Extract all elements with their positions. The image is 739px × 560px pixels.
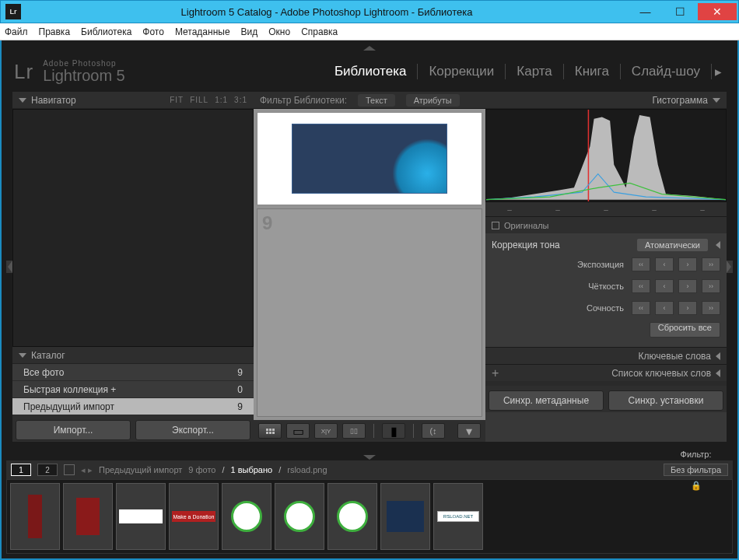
- monitor-1-button[interactable]: 1: [11, 464, 31, 476]
- filter-tab-attributes[interactable]: Атрибуты: [406, 94, 460, 107]
- filmstrip-thumb[interactable]: [327, 483, 377, 550]
- separator: [413, 424, 414, 438]
- auto-tone-button[interactable]: Атоматически: [637, 239, 708, 251]
- clarity-label: Чёткость: [588, 282, 624, 291]
- filmstrip-thumb[interactable]: [275, 483, 324, 550]
- export-button[interactable]: Экспорт...: [135, 420, 250, 440]
- view-loupe-button[interactable]: ▭: [286, 423, 310, 439]
- menu-window[interactable]: Окно: [268, 26, 290, 37]
- module-book[interactable]: Книга: [564, 64, 621, 79]
- utorrent-icon: [231, 501, 262, 532]
- step-right[interactable]: ›: [678, 279, 697, 293]
- menu-view[interactable]: Вид: [241, 26, 258, 37]
- step-left[interactable]: ‹: [655, 279, 674, 293]
- monitor-2-button[interactable]: 2: [37, 464, 58, 476]
- sync-metadata-button[interactable]: Синхр. метаданные: [489, 390, 604, 411]
- grid-cell-selected[interactable]: [257, 112, 482, 205]
- plus-icon[interactable]: +: [492, 366, 499, 380]
- collapse-right[interactable]: [727, 92, 733, 442]
- step-left-big[interactable]: ‹‹: [632, 279, 650, 293]
- grid-cell[interactable]: 9: [257, 208, 482, 417]
- module-develop[interactable]: Коррекции: [418, 64, 506, 79]
- step-left-big[interactable]: ‹‹: [632, 301, 650, 315]
- reset-all-button[interactable]: Сбросить все: [650, 322, 720, 338]
- zoom-fit[interactable]: FIT: [170, 96, 184, 104]
- histo-dash: –: [604, 205, 608, 214]
- filmstrip[interactable]: Make a Donation RSLOAD.NET: [6, 479, 733, 554]
- triangle-left-icon[interactable]: [716, 241, 720, 249]
- sync-settings-button[interactable]: Синхр. установки: [608, 390, 723, 411]
- keywords-header[interactable]: Ключевые слова: [485, 347, 727, 364]
- collapse-left[interactable]: [6, 92, 12, 442]
- module-slideshow[interactable]: Слайд-шоу: [621, 64, 712, 79]
- minimize-button[interactable]: —: [628, 3, 663, 20]
- app-icon: Lr: [5, 4, 21, 19]
- zoom-3to1[interactable]: 3:1: [234, 96, 247, 104]
- originals-row[interactable]: Оригиналы: [485, 216, 727, 233]
- zoom-1to1[interactable]: 1:1: [215, 96, 228, 104]
- step-left-big[interactable]: ‹‹: [632, 257, 650, 271]
- menu-metadata[interactable]: Метаданные: [175, 26, 230, 37]
- vibrance-label: Сочность: [587, 303, 624, 313]
- catalog-row-previous-import[interactable]: Предыдущий импорт 9: [12, 398, 254, 415]
- step-right[interactable]: ›: [678, 301, 697, 315]
- filter-tab-text[interactable]: Текст: [358, 94, 395, 107]
- filmstrip-thumb[interactable]: [116, 483, 166, 550]
- import-button[interactable]: Импорт...: [16, 420, 131, 440]
- catalog-row-quick[interactable]: Быстрая коллекция + 0: [12, 381, 254, 398]
- step-left[interactable]: ‹: [655, 301, 674, 315]
- filmstrip-thumb[interactable]: RSLOAD.NET: [433, 483, 483, 550]
- brand-logo: Lr: [14, 60, 33, 84]
- module-map[interactable]: Карта: [506, 64, 564, 79]
- step-left[interactable]: ‹: [655, 257, 674, 271]
- close-button[interactable]: ✕: [698, 3, 737, 20]
- filmstrip-filter-select[interactable]: Без фильтра: [664, 464, 728, 476]
- sort-button[interactable]: (↕: [422, 423, 445, 439]
- zoom-fill[interactable]: FILL: [190, 96, 208, 104]
- filmstrip-thumb[interactable]: [63, 483, 113, 550]
- collapse-bottom[interactable]: [6, 454, 733, 460]
- menu-edit[interactable]: Правка: [39, 26, 71, 37]
- histogram-display[interactable]: [485, 109, 727, 202]
- step-right-big[interactable]: ››: [702, 257, 720, 271]
- module-library[interactable]: Библиотека: [324, 64, 418, 79]
- grid-shortcut-icon[interactable]: [64, 464, 75, 475]
- catalog-row-all[interactable]: Все фото 9: [12, 364, 254, 381]
- step-right-big[interactable]: ››: [702, 301, 720, 315]
- checkbox-icon[interactable]: [492, 222, 499, 229]
- thumbnail-image: [292, 124, 447, 194]
- keyword-list-header[interactable]: + Список ключевых слов: [485, 364, 727, 381]
- filmstrip-thumb[interactable]: [10, 483, 60, 550]
- filmstrip-thumb[interactable]: [222, 483, 271, 550]
- filmstrip-thumb[interactable]: [380, 483, 430, 550]
- menu-library[interactable]: Библиотека: [81, 26, 131, 37]
- module-more-icon[interactable]: ▸: [712, 64, 725, 80]
- navigator-preview[interactable]: [12, 109, 254, 347]
- filmstrip-thumb[interactable]: Make a Donation: [169, 483, 219, 550]
- histogram-header[interactable]: Гистограмма: [485, 92, 727, 109]
- catalog-header[interactable]: Каталог: [12, 347, 254, 364]
- quick-develop-panel: Коррекция тона Атоматически Экспозиция ‹…: [485, 233, 727, 347]
- view-grid-button[interactable]: [258, 423, 282, 439]
- chevron-down-icon: [363, 455, 376, 460]
- histo-dash: –: [652, 205, 657, 214]
- navigator-header[interactable]: Навигатор FIT FILL 1:1 3:1: [12, 92, 254, 109]
- maximize-button[interactable]: ☐: [663, 3, 698, 20]
- step-right-big[interactable]: ››: [702, 279, 720, 293]
- painter-tool-button[interactable]: ▮: [382, 423, 405, 439]
- step-right[interactable]: ›: [678, 257, 697, 271]
- exposure-row: Экспозиция ‹‹ ‹ › ››: [492, 254, 720, 275]
- menu-help[interactable]: Справка: [301, 26, 338, 37]
- originals-label: Оригиналы: [504, 221, 549, 230]
- navigator-title: Навигатор: [31, 95, 76, 106]
- toolbar-menu-button[interactable]: ▾: [457, 423, 481, 439]
- view-survey-button[interactable]: ▯▯: [342, 423, 366, 439]
- collapse-top[interactable]: [6, 45, 733, 51]
- triangle-left-icon: [716, 369, 720, 377]
- menu-file[interactable]: Файл: [5, 26, 28, 37]
- menu-photo[interactable]: Фото: [142, 26, 164, 37]
- grid-view[interactable]: 9: [254, 109, 485, 420]
- quickdev-title: Коррекция тона: [492, 240, 560, 250]
- lock-icon[interactable]: 🔒: [691, 481, 702, 491]
- view-compare-button[interactable]: X|Y: [314, 423, 338, 439]
